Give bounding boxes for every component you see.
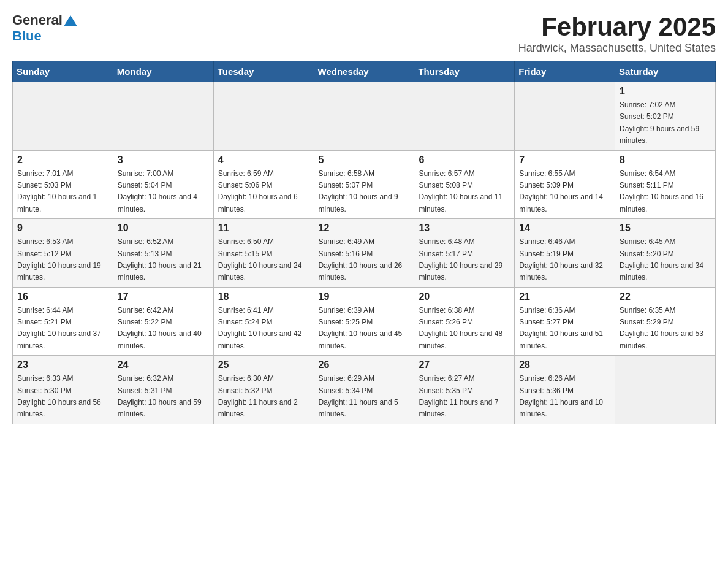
table-row: 25Sunrise: 6:30 AM Sunset: 5:32 PM Dayli… <box>213 356 314 424</box>
table-row: 20Sunrise: 6:38 AM Sunset: 5:26 PM Dayli… <box>414 287 515 356</box>
day-number: 24 <box>118 359 209 370</box>
logo-blue: Blue <box>12 28 42 44</box>
table-row: 3Sunrise: 7:00 AM Sunset: 5:04 PM Daylig… <box>113 150 213 219</box>
day-info: Sunrise: 6:27 AM Sunset: 5:35 PM Dayligh… <box>419 374 498 418</box>
col-tuesday: Tuesday <box>213 61 314 82</box>
day-number: 6 <box>419 155 510 166</box>
day-info: Sunrise: 6:42 AM Sunset: 5:22 PM Dayligh… <box>118 306 202 350</box>
day-info: Sunrise: 6:57 AM Sunset: 5:08 PM Dayligh… <box>419 169 502 213</box>
day-number: 22 <box>620 291 711 302</box>
day-info: Sunrise: 7:00 AM Sunset: 5:04 PM Dayligh… <box>118 169 197 213</box>
day-number: 8 <box>620 155 711 166</box>
calendar-week-2: 2Sunrise: 7:01 AM Sunset: 5:03 PM Daylig… <box>13 150 716 219</box>
day-info: Sunrise: 6:50 AM Sunset: 5:15 PM Dayligh… <box>218 237 302 282</box>
day-number: 1 <box>620 86 711 97</box>
calendar-table: Sunday Monday Tuesday Wednesday Thursday… <box>12 61 716 424</box>
day-number: 13 <box>419 223 510 234</box>
day-number: 18 <box>218 291 309 302</box>
table-row: 16Sunrise: 6:44 AM Sunset: 5:21 PM Dayli… <box>13 287 113 356</box>
day-number: 25 <box>218 359 309 370</box>
table-row: 22Sunrise: 6:35 AM Sunset: 5:29 PM Dayli… <box>615 287 716 356</box>
table-row <box>213 82 314 151</box>
table-row: 15Sunrise: 6:45 AM Sunset: 5:20 PM Dayli… <box>615 219 716 288</box>
day-info: Sunrise: 6:53 AM Sunset: 5:12 PM Dayligh… <box>17 237 101 282</box>
day-number: 26 <box>319 359 410 370</box>
day-info: Sunrise: 7:02 AM Sunset: 5:02 PM Dayligh… <box>620 101 699 145</box>
day-info: Sunrise: 6:45 AM Sunset: 5:20 PM Dayligh… <box>620 237 703 282</box>
col-saturday: Saturday <box>615 61 716 82</box>
day-info: Sunrise: 6:59 AM Sunset: 5:06 PM Dayligh… <box>218 169 298 213</box>
day-number: 28 <box>519 359 610 370</box>
day-number: 4 <box>218 155 309 166</box>
day-info: Sunrise: 6:54 AM Sunset: 5:11 PM Dayligh… <box>620 169 703 213</box>
table-row: 11Sunrise: 6:50 AM Sunset: 5:15 PM Dayli… <box>213 219 314 288</box>
day-info: Sunrise: 6:36 AM Sunset: 5:27 PM Dayligh… <box>519 306 603 350</box>
table-row: 26Sunrise: 6:29 AM Sunset: 5:34 PM Dayli… <box>314 356 414 424</box>
day-info: Sunrise: 6:49 AM Sunset: 5:16 PM Dayligh… <box>319 237 403 282</box>
col-wednesday: Wednesday <box>314 61 414 82</box>
calendar-week-5: 23Sunrise: 6:33 AM Sunset: 5:30 PM Dayli… <box>13 356 716 424</box>
day-info: Sunrise: 6:44 AM Sunset: 5:21 PM Dayligh… <box>17 306 101 350</box>
table-row: 27Sunrise: 6:27 AM Sunset: 5:35 PM Dayli… <box>414 356 515 424</box>
table-row: 19Sunrise: 6:39 AM Sunset: 5:25 PM Dayli… <box>314 287 414 356</box>
day-number: 12 <box>319 223 410 234</box>
day-info: Sunrise: 6:52 AM Sunset: 5:13 PM Dayligh… <box>118 237 202 282</box>
day-info: Sunrise: 6:58 AM Sunset: 5:07 PM Dayligh… <box>319 169 398 213</box>
col-sunday: Sunday <box>13 61 113 82</box>
day-number: 21 <box>519 291 610 302</box>
table-row: 4Sunrise: 6:59 AM Sunset: 5:06 PM Daylig… <box>213 150 314 219</box>
table-row: 10Sunrise: 6:52 AM Sunset: 5:13 PM Dayli… <box>113 219 213 288</box>
table-row <box>314 82 414 151</box>
day-number: 9 <box>17 223 108 234</box>
day-number: 27 <box>419 359 510 370</box>
table-row: 2Sunrise: 7:01 AM Sunset: 5:03 PM Daylig… <box>13 150 113 219</box>
day-info: Sunrise: 7:01 AM Sunset: 5:03 PM Dayligh… <box>17 169 97 213</box>
day-number: 15 <box>620 223 711 234</box>
day-number: 20 <box>419 291 510 302</box>
day-info: Sunrise: 6:32 AM Sunset: 5:31 PM Dayligh… <box>118 374 202 418</box>
day-number: 23 <box>17 359 108 370</box>
svg-marker-0 <box>64 15 77 26</box>
day-info: Sunrise: 6:30 AM Sunset: 5:32 PM Dayligh… <box>218 374 298 418</box>
day-number: 16 <box>17 291 108 302</box>
calendar-week-1: 1Sunrise: 7:02 AM Sunset: 5:02 PM Daylig… <box>13 82 716 151</box>
title-area: February 2025 Hardwick, Massachusetts, U… <box>518 12 716 55</box>
day-info: Sunrise: 6:38 AM Sunset: 5:26 PM Dayligh… <box>419 306 502 350</box>
day-number: 17 <box>118 291 209 302</box>
day-info: Sunrise: 6:35 AM Sunset: 5:29 PM Dayligh… <box>620 306 703 350</box>
col-monday: Monday <box>113 61 213 82</box>
month-title: February 2025 <box>518 12 716 42</box>
table-row <box>515 82 615 151</box>
location-title: Hardwick, Massachusetts, United States <box>518 42 716 55</box>
day-info: Sunrise: 6:39 AM Sunset: 5:25 PM Dayligh… <box>319 306 403 350</box>
table-row: 17Sunrise: 6:42 AM Sunset: 5:22 PM Dayli… <box>113 287 213 356</box>
logo-general: General <box>12 12 63 28</box>
table-row: 6Sunrise: 6:57 AM Sunset: 5:08 PM Daylig… <box>414 150 515 219</box>
col-friday: Friday <box>515 61 615 82</box>
table-row: 5Sunrise: 6:58 AM Sunset: 5:07 PM Daylig… <box>314 150 414 219</box>
table-row: 21Sunrise: 6:36 AM Sunset: 5:27 PM Dayli… <box>515 287 615 356</box>
table-row: 9Sunrise: 6:53 AM Sunset: 5:12 PM Daylig… <box>13 219 113 288</box>
table-row <box>615 356 716 424</box>
table-row: 13Sunrise: 6:48 AM Sunset: 5:17 PM Dayli… <box>414 219 515 288</box>
day-number: 14 <box>519 223 610 234</box>
logo: General Blue <box>12 12 77 44</box>
day-info: Sunrise: 6:46 AM Sunset: 5:19 PM Dayligh… <box>519 237 603 282</box>
day-number: 3 <box>118 155 209 166</box>
calendar-week-3: 9Sunrise: 6:53 AM Sunset: 5:12 PM Daylig… <box>13 219 716 288</box>
table-row <box>414 82 515 151</box>
day-number: 11 <box>218 223 309 234</box>
logo-triangle-icon <box>64 15 77 26</box>
table-row: 7Sunrise: 6:55 AM Sunset: 5:09 PM Daylig… <box>515 150 615 219</box>
calendar-week-4: 16Sunrise: 6:44 AM Sunset: 5:21 PM Dayli… <box>13 287 716 356</box>
day-info: Sunrise: 6:33 AM Sunset: 5:30 PM Dayligh… <box>17 374 101 418</box>
table-row: 28Sunrise: 6:26 AM Sunset: 5:36 PM Dayli… <box>515 356 615 424</box>
day-info: Sunrise: 6:55 AM Sunset: 5:09 PM Dayligh… <box>519 169 603 213</box>
calendar-header-row: Sunday Monday Tuesday Wednesday Thursday… <box>13 61 716 82</box>
table-row <box>13 82 113 151</box>
table-row: 23Sunrise: 6:33 AM Sunset: 5:30 PM Dayli… <box>13 356 113 424</box>
day-number: 10 <box>118 223 209 234</box>
table-row: 18Sunrise: 6:41 AM Sunset: 5:24 PM Dayli… <box>213 287 314 356</box>
table-row: 14Sunrise: 6:46 AM Sunset: 5:19 PM Dayli… <box>515 219 615 288</box>
day-number: 2 <box>17 155 108 166</box>
